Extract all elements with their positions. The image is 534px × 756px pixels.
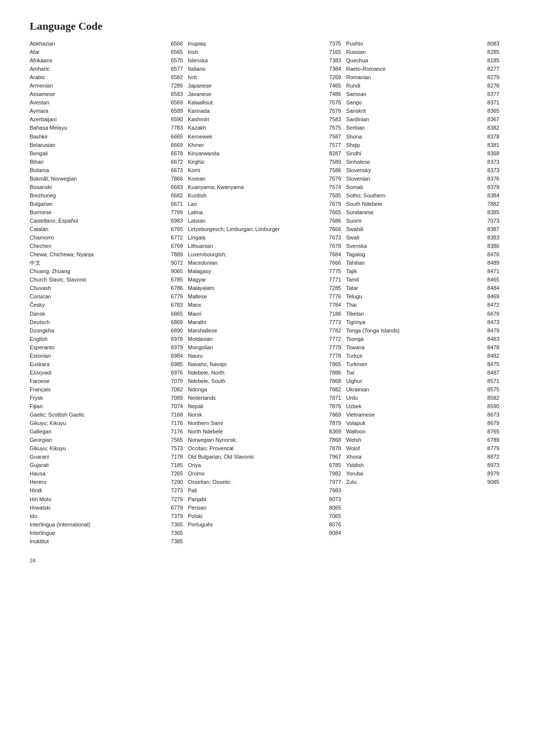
language-name: Manx (188, 301, 323, 309)
language-name: Bihari (30, 158, 165, 166)
language-name: Português (188, 520, 323, 529)
language-name: Oromo (188, 470, 323, 478)
language-name: Samoan (346, 90, 482, 98)
table-row: Lithuanian7678 (188, 242, 341, 250)
language-code: 7866 (165, 175, 183, 183)
language-code: 7279 (165, 495, 183, 504)
table-row: Interlingue7365 (30, 529, 183, 537)
language-code: 8387 (482, 225, 499, 234)
language-name: Oriya (188, 461, 323, 470)
language-code: 8369 (323, 427, 341, 436)
language-code: 6789 (482, 436, 499, 444)
table-row: Irish7165 (188, 48, 341, 56)
language-code: 8378 (482, 133, 499, 141)
language-name: Gaelic; Scottish Gaelic (30, 411, 165, 419)
language-code: 7869 (323, 411, 341, 419)
language-name: Gikuyu; Kikuyu (30, 444, 165, 453)
language-name: Dansk (30, 310, 165, 318)
language-code: 8973 (482, 461, 499, 470)
table-row: Tswana8478 (346, 343, 499, 352)
language-name: Welsh (346, 436, 482, 444)
language-name: Esperanto (30, 343, 165, 352)
language-code: 6583 (165, 90, 183, 98)
language-code: 6979 (165, 343, 183, 352)
table-row: Inuktitut7385 (30, 537, 183, 546)
table-row: Faroese7079 (30, 377, 183, 385)
table-row: Rundi8278 (346, 82, 499, 90)
table-row: Kernewek7587 (188, 133, 341, 141)
language-name: Uighur (346, 377, 482, 385)
language-code: 7886 (323, 369, 341, 377)
language-name: Castellano, Español (30, 217, 165, 225)
language-code: 9065 (165, 267, 183, 276)
language-code: 7679 (323, 200, 341, 208)
language-code: 7574 (323, 183, 341, 191)
language-code: 7967 (323, 453, 341, 461)
language-code: 6566 (165, 40, 183, 48)
language-name: Ελληνικά (30, 369, 165, 377)
language-code: 7868 (323, 377, 341, 385)
language-code: 6669 (165, 141, 183, 149)
language-code: 6890 (165, 327, 183, 335)
language-name: Fijian (30, 402, 165, 411)
language-code: 7776 (323, 292, 341, 301)
table-row: Turkçe8482 (346, 352, 499, 360)
table-row: Latina7665 (188, 208, 341, 217)
language-code: 7876 (323, 402, 341, 411)
language-name: Gallegan (30, 427, 165, 436)
table-row: South Ndebele7882 (346, 200, 499, 208)
language-name: Romanian (346, 73, 482, 82)
language-code: 8385 (482, 208, 499, 217)
table-row: 中文9072 (30, 259, 183, 267)
language-code: 7882 (323, 385, 341, 394)
language-name: Kurdish (188, 191, 323, 200)
language-code: 8582 (482, 394, 499, 402)
table-row: Shqip8381 (346, 141, 499, 149)
table-row: Chuvash6786 (30, 284, 183, 292)
language-name: Maori (188, 310, 323, 318)
table-row: Fijian7074 (30, 402, 183, 411)
language-code: 8476 (482, 250, 499, 259)
table-row: Mongolian7779 (188, 343, 341, 352)
language-code: 6772 (165, 234, 183, 242)
language-name: Euskara (30, 360, 165, 369)
language-name: Javanese (188, 90, 323, 98)
table-row: Sinhalese8373 (346, 158, 499, 166)
language-code: 7185 (165, 461, 183, 470)
language-code: 6783 (165, 301, 183, 309)
language-name: Mongolian (188, 343, 323, 352)
language-name: Ndonga (188, 385, 323, 394)
table-row: Armenian7289 (30, 82, 183, 90)
table-row: Macedonian7666 (188, 259, 341, 267)
table-row: Hiri Motu7279 (30, 495, 183, 504)
table-row: Bokmål, Norwegian7866 (30, 175, 183, 183)
table-row: Deutsch6869 (30, 318, 183, 327)
language-name: Tigrinya (346, 318, 482, 327)
table-row: Shona8378 (346, 133, 499, 141)
table-row: Belarusian6669 (30, 141, 183, 149)
table-row: Persian8065 (188, 504, 341, 512)
language-name: Estonian (30, 352, 165, 360)
table-row: Tibetan6679 (346, 310, 499, 318)
language-name: Slovensky (346, 166, 482, 175)
language-name: Burmese (30, 208, 165, 217)
language-name: Chuvash (30, 284, 165, 292)
table-row: Amharic6577 (30, 65, 183, 73)
language-code: 7375 (323, 40, 341, 48)
language-name: Marathi (188, 318, 323, 327)
language-code: 6672 (165, 158, 183, 166)
language-name: 中文 (30, 259, 165, 267)
table-row: Uzbek8590 (346, 402, 499, 411)
language-code: 7168 (165, 411, 183, 419)
language-name: Macedonian (188, 259, 323, 267)
language-code: 8765 (482, 427, 499, 436)
table-row: Quechua8185 (346, 56, 499, 65)
language-code: 8469 (482, 292, 499, 301)
language-name: Sanskrit (346, 107, 482, 115)
table-row: Dansk6865 (30, 310, 183, 318)
table-row: Chuang; Zhuang9065 (30, 267, 183, 276)
table-row: Italiano7384 (188, 65, 341, 73)
table-row: Ndonga7882 (188, 385, 341, 394)
language-code: 7889 (165, 250, 183, 259)
language-code: 6673 (165, 166, 183, 175)
